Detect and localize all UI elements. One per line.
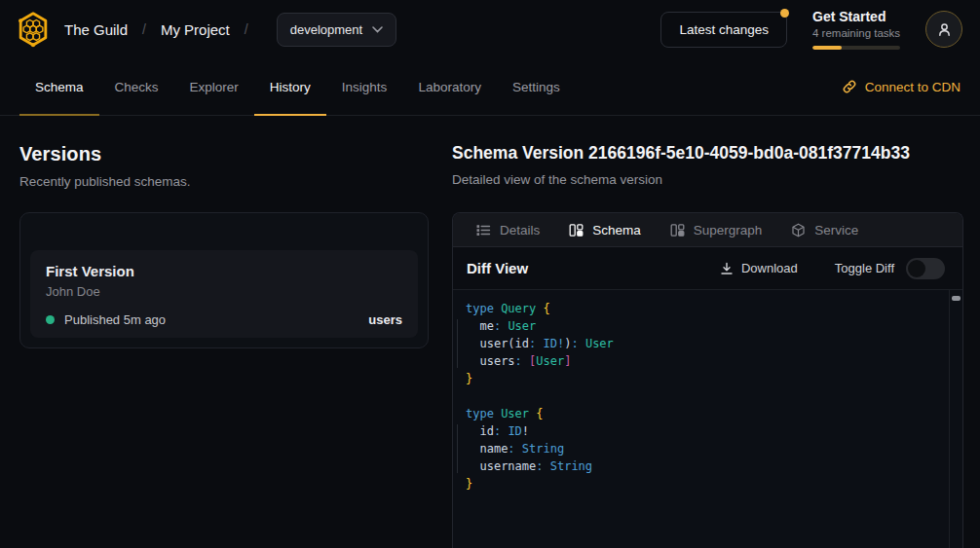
breadcrumb-project[interactable]: My Project — [161, 21, 230, 38]
detail-tab-service[interactable]: Service — [791, 223, 858, 237]
breadcrumb-org[interactable]: The Guild — [64, 21, 128, 38]
user-icon — [936, 21, 953, 38]
version-detail-section: Schema Version 2166196f-5e10-4059-bd0a-0… — [433, 116, 980, 548]
published-status-dot — [46, 315, 55, 324]
versions-list: First VersionJohn DoePublished 5m agouse… — [30, 250, 418, 338]
versions-list-card: First VersionJohn DoePublished 5m agouse… — [19, 212, 429, 348]
get-started-progress-fill — [812, 46, 842, 50]
code-line — [466, 387, 943, 405]
toggle-knob — [908, 260, 925, 277]
detail-tabs: DetailsSchemaSupergraphService — [453, 213, 962, 247]
target-select[interactable]: development — [277, 13, 396, 47]
versions-title: Versions — [19, 143, 433, 165]
get-started-progress-track — [812, 46, 900, 50]
version-detail-subtitle: Detailed view of the schema version — [452, 172, 963, 187]
notification-dot — [780, 9, 789, 18]
list-icon — [476, 223, 491, 237]
main-tab-history[interactable]: History — [254, 58, 326, 115]
main-tab-checks[interactable]: Checks — [99, 58, 174, 115]
version-service-badge: users — [368, 312, 402, 327]
version-author: John Doe — [46, 284, 402, 299]
diff-view-header: Diff View Download Toggle Diff — [453, 247, 962, 290]
latest-changes-label: Latest changes — [679, 22, 769, 37]
version-status: Published 5m ago — [64, 312, 166, 327]
toggle-diff-switch[interactable] — [906, 258, 945, 279]
latest-changes-button[interactable]: Latest changes — [660, 12, 787, 48]
code-scrollbar[interactable] — [949, 290, 962, 548]
indent-guide — [457, 319, 458, 368]
versions-section: Versions Recently published schemas. Fir… — [0, 116, 433, 548]
code-line: me: User — [466, 317, 943, 335]
indent-guide — [457, 424, 458, 473]
connect-to-cdn-label: Connect to CDN — [865, 80, 961, 94]
top-bar: The Guild / My Project / development Lat… — [0, 0, 980, 58]
code-line: users: [User] — [466, 352, 943, 370]
panels-icon — [569, 223, 584, 237]
top-bar-right: Latest changes Get Started 4 remaining t… — [660, 9, 962, 50]
main-tab-schema[interactable]: Schema — [19, 58, 99, 115]
code-scrollbar-thumb[interactable] — [952, 296, 961, 301]
schema-sdl-code: type Query { me: User user(id: ID!): Use… — [453, 290, 962, 502]
code-line: id: ID! — [466, 422, 943, 440]
main-tab-explorer[interactable]: Explorer — [174, 58, 254, 115]
version-list-item[interactable]: First VersionJohn DoePublished 5m agouse… — [30, 250, 418, 338]
code-line: type Query { — [466, 300, 943, 317]
hive-logo-icon[interactable] — [14, 10, 53, 49]
version-status-row: Published 5m agousers — [46, 312, 402, 327]
target-select-value: development — [290, 22, 362, 37]
link-icon — [842, 79, 857, 94]
detail-tab-label: Service — [814, 223, 858, 237]
top-bar-left: The Guild / My Project / development — [14, 10, 396, 49]
user-menu-button[interactable] — [925, 11, 962, 48]
detail-tab-schema[interactable]: Schema — [569, 223, 641, 237]
code-line: } — [466, 475, 943, 493]
breadcrumb-separator: / — [245, 21, 248, 37]
version-detail-title: Schema Version 2166196f-5e10-4059-bd0a-0… — [452, 143, 963, 164]
download-icon — [720, 262, 734, 275]
main-tab-insights[interactable]: Insights — [326, 58, 403, 115]
breadcrumb-separator: / — [142, 21, 146, 37]
code-line: username: String — [466, 457, 943, 475]
main-tab-settings[interactable]: Settings — [497, 58, 576, 115]
code-line: type User { — [466, 405, 943, 422]
toggle-diff-label: Toggle Diff — [835, 261, 894, 275]
detail-tab-supergraph[interactable]: Supergraph — [670, 223, 763, 237]
detail-tab-details[interactable]: Details — [476, 223, 540, 237]
diff-view-actions: Download Toggle Diff — [720, 258, 945, 279]
code-line: } — [466, 370, 943, 387]
main-nav: SchemaChecksExplorerHistoryInsightsLabor… — [0, 58, 980, 116]
main-tab-laboratory[interactable]: Laboratory — [402, 58, 497, 115]
detail-tab-label: Supergraph — [694, 223, 763, 237]
detail-tab-label: Details — [500, 223, 540, 237]
detail-tab-label: Schema — [592, 223, 641, 237]
version-name: First Version — [46, 263, 402, 279]
get-started-widget[interactable]: Get Started 4 remaining tasks — [812, 9, 900, 50]
panels-icon — [670, 223, 685, 237]
code-line: user(id: ID!): User — [466, 335, 943, 352]
download-button[interactable]: Download — [720, 261, 798, 275]
connect-to-cdn-button[interactable]: Connect to CDN — [842, 58, 961, 115]
get-started-title: Get Started — [812, 9, 900, 24]
version-detail-panel: DetailsSchemaSupergraphService Diff View… — [452, 212, 963, 548]
diff-view-title: Diff View — [467, 260, 528, 276]
cube-icon — [791, 223, 806, 237]
versions-subtitle: Recently published schemas. — [19, 174, 433, 189]
chevron-down-icon — [372, 26, 383, 33]
get-started-subtitle: 4 remaining tasks — [812, 27, 900, 39]
code-line: name: String — [466, 440, 943, 457]
download-label: Download — [741, 261, 798, 275]
schema-code-editor[interactable]: type Query { me: User user(id: ID!): Use… — [453, 290, 962, 548]
main-nav-tabs: SchemaChecksExplorerHistoryInsightsLabor… — [19, 58, 576, 115]
content: Versions Recently published schemas. Fir… — [0, 116, 980, 548]
